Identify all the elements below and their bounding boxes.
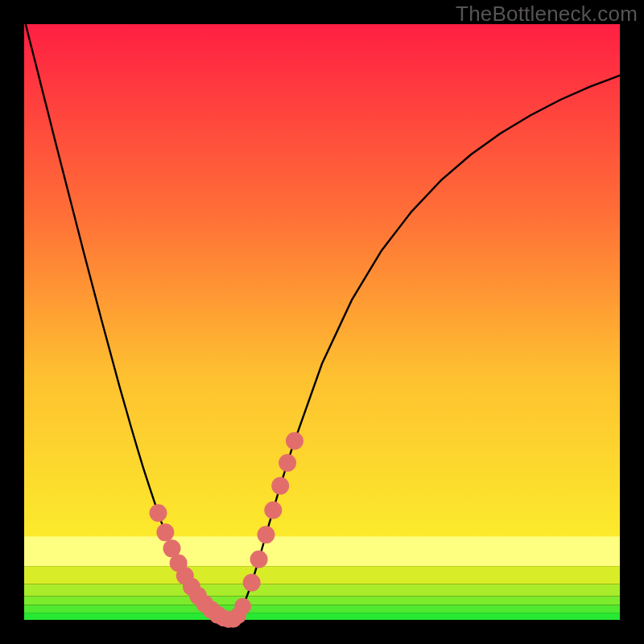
bead-marker [150, 504, 167, 522]
svg-rect-5 [24, 584, 620, 597]
svg-rect-1 [24, 536, 620, 566]
bead-marker [279, 454, 296, 472]
bead-marker [250, 551, 268, 568]
bead-marker [156, 523, 174, 541]
chart-container: TheBottleneck.com [0, 0, 644, 644]
svg-rect-6 [24, 566, 620, 584]
svg-rect-0 [24, 24, 620, 566]
bead-marker [286, 432, 303, 450]
watermark-text: TheBottleneck.com [456, 2, 638, 27]
svg-rect-3 [24, 605, 620, 613]
bead-marker [264, 502, 282, 519]
bead-marker [271, 477, 289, 495]
bead-marker [243, 574, 261, 592]
bottleneck-plot [24, 24, 620, 620]
bead-marker [257, 526, 275, 543]
bead-marker [234, 598, 251, 615]
svg-rect-4 [24, 596, 620, 605]
background-gradient [24, 24, 620, 620]
svg-rect-2 [24, 613, 620, 620]
